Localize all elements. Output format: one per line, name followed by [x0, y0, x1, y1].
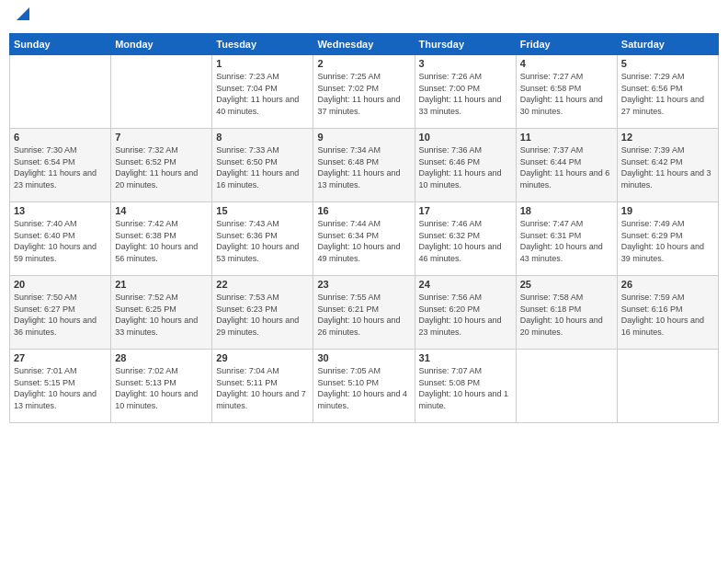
page-header: [9, 9, 719, 28]
cell-content: Sunrise: 7:26 AM Sunset: 7:00 PM Dayligh…: [419, 71, 512, 117]
day-number: 26: [621, 279, 714, 290]
cell-content: Sunrise: 7:50 AM Sunset: 6:27 PM Dayligh…: [14, 292, 107, 338]
cell-content: Sunrise: 7:58 AM Sunset: 6:18 PM Dayligh…: [520, 292, 613, 338]
day-number: 18: [520, 205, 613, 216]
day-number: 3: [419, 58, 512, 69]
day-number: 17: [419, 205, 512, 216]
calendar-cell: 12Sunrise: 7:39 AM Sunset: 6:42 PM Dayli…: [617, 129, 718, 202]
calendar-cell: 7Sunrise: 7:32 AM Sunset: 6:52 PM Daylig…: [111, 129, 212, 202]
cell-content: Sunrise: 7:49 AM Sunset: 6:29 PM Dayligh…: [621, 218, 714, 264]
cell-content: Sunrise: 7:29 AM Sunset: 6:56 PM Dayligh…: [621, 71, 714, 117]
cell-content: Sunrise: 7:02 AM Sunset: 5:13 PM Dayligh…: [115, 365, 208, 411]
logo-icon: [13, 4, 33, 24]
cell-content: Sunrise: 7:01 AM Sunset: 5:15 PM Dayligh…: [14, 365, 107, 411]
day-number: 15: [216, 205, 309, 216]
day-number: 21: [115, 279, 208, 290]
col-header-tuesday: Tuesday: [212, 34, 313, 55]
cell-content: Sunrise: 7:47 AM Sunset: 6:31 PM Dayligh…: [520, 218, 613, 264]
day-number: 25: [520, 279, 613, 290]
day-number: 7: [115, 132, 208, 143]
calendar-cell: 24Sunrise: 7:56 AM Sunset: 6:20 PM Dayli…: [415, 276, 516, 350]
day-number: 4: [520, 58, 613, 69]
cell-content: Sunrise: 7:04 AM Sunset: 5:11 PM Dayligh…: [216, 365, 309, 411]
cell-content: Sunrise: 7:55 AM Sunset: 6:21 PM Dayligh…: [317, 292, 410, 338]
col-header-wednesday: Wednesday: [313, 34, 415, 55]
calendar-cell: 11Sunrise: 7:37 AM Sunset: 6:44 PM Dayli…: [516, 129, 617, 202]
day-number: 19: [621, 205, 714, 216]
day-number: 27: [14, 352, 107, 363]
day-number: 13: [14, 205, 107, 216]
calendar-cell: 3Sunrise: 7:26 AM Sunset: 7:00 PM Daylig…: [415, 55, 516, 129]
day-number: 24: [419, 279, 512, 290]
calendar-cell: 4Sunrise: 7:27 AM Sunset: 6:58 PM Daylig…: [516, 55, 617, 129]
calendar-cell: 23Sunrise: 7:55 AM Sunset: 6:21 PM Dayli…: [313, 276, 415, 350]
day-number: 22: [216, 279, 309, 290]
calendar-cell: 10Sunrise: 7:36 AM Sunset: 6:46 PM Dayli…: [415, 129, 516, 202]
day-number: 5: [621, 58, 714, 69]
cell-content: Sunrise: 7:52 AM Sunset: 6:25 PM Dayligh…: [115, 292, 208, 338]
cell-content: Sunrise: 7:40 AM Sunset: 6:40 PM Dayligh…: [14, 218, 107, 264]
calendar-cell: 17Sunrise: 7:46 AM Sunset: 6:32 PM Dayli…: [415, 202, 516, 276]
calendar-cell: 13Sunrise: 7:40 AM Sunset: 6:40 PM Dayli…: [10, 202, 111, 276]
day-number: 12: [621, 132, 714, 143]
col-header-friday: Friday: [516, 34, 617, 55]
calendar-cell: 20Sunrise: 7:50 AM Sunset: 6:27 PM Dayli…: [10, 276, 111, 350]
cell-content: Sunrise: 7:07 AM Sunset: 5:08 PM Dayligh…: [419, 365, 512, 411]
cell-content: Sunrise: 7:05 AM Sunset: 5:10 PM Dayligh…: [317, 365, 410, 411]
svg-marker-0: [17, 7, 29, 20]
cell-content: Sunrise: 7:32 AM Sunset: 6:52 PM Dayligh…: [115, 144, 208, 190]
cell-content: Sunrise: 7:43 AM Sunset: 6:36 PM Dayligh…: [216, 218, 309, 264]
calendar-cell: [516, 350, 617, 423]
calendar-cell: 27Sunrise: 7:01 AM Sunset: 5:15 PM Dayli…: [10, 350, 111, 423]
calendar-cell: 2Sunrise: 7:25 AM Sunset: 7:02 PM Daylig…: [313, 55, 415, 129]
calendar-cell: 31Sunrise: 7:07 AM Sunset: 5:08 PM Dayli…: [415, 350, 516, 423]
calendar-cell: 30Sunrise: 7:05 AM Sunset: 5:10 PM Dayli…: [313, 350, 415, 423]
day-number: 6: [14, 132, 107, 143]
calendar-cell: 6Sunrise: 7:30 AM Sunset: 6:54 PM Daylig…: [10, 129, 111, 202]
col-header-sunday: Sunday: [10, 34, 111, 55]
day-number: 23: [317, 279, 410, 290]
calendar-cell: 1Sunrise: 7:23 AM Sunset: 7:04 PM Daylig…: [212, 55, 313, 129]
calendar-cell: 19Sunrise: 7:49 AM Sunset: 6:29 PM Dayli…: [617, 202, 718, 276]
day-number: 20: [14, 279, 107, 290]
cell-content: Sunrise: 7:37 AM Sunset: 6:44 PM Dayligh…: [520, 144, 613, 190]
day-number: 30: [317, 352, 410, 363]
logo: [9, 9, 33, 28]
cell-content: Sunrise: 7:27 AM Sunset: 6:58 PM Dayligh…: [520, 71, 613, 117]
calendar-cell: 28Sunrise: 7:02 AM Sunset: 5:13 PM Dayli…: [111, 350, 212, 423]
cell-content: Sunrise: 7:30 AM Sunset: 6:54 PM Dayligh…: [14, 144, 107, 190]
col-header-monday: Monday: [111, 34, 212, 55]
calendar-cell: 18Sunrise: 7:47 AM Sunset: 6:31 PM Dayli…: [516, 202, 617, 276]
day-number: 14: [115, 205, 208, 216]
day-number: 10: [419, 132, 512, 143]
cell-content: Sunrise: 7:34 AM Sunset: 6:48 PM Dayligh…: [317, 144, 410, 190]
calendar-cell: 5Sunrise: 7:29 AM Sunset: 6:56 PM Daylig…: [617, 55, 718, 129]
day-number: 8: [216, 132, 309, 143]
calendar-cell: 14Sunrise: 7:42 AM Sunset: 6:38 PM Dayli…: [111, 202, 212, 276]
cell-content: Sunrise: 7:46 AM Sunset: 6:32 PM Dayligh…: [419, 218, 512, 264]
calendar-cell: 25Sunrise: 7:58 AM Sunset: 6:18 PM Dayli…: [516, 276, 617, 350]
calendar-table: SundayMondayTuesdayWednesdayThursdayFrid…: [9, 33, 719, 423]
calendar-cell: 21Sunrise: 7:52 AM Sunset: 6:25 PM Dayli…: [111, 276, 212, 350]
cell-content: Sunrise: 7:25 AM Sunset: 7:02 PM Dayligh…: [317, 71, 410, 117]
calendar-cell: [617, 350, 718, 423]
day-number: 16: [317, 205, 410, 216]
calendar-cell: 16Sunrise: 7:44 AM Sunset: 6:34 PM Dayli…: [313, 202, 415, 276]
day-number: 31: [419, 352, 512, 363]
cell-content: Sunrise: 7:42 AM Sunset: 6:38 PM Dayligh…: [115, 218, 208, 264]
col-header-thursday: Thursday: [415, 34, 516, 55]
calendar-cell: 9Sunrise: 7:34 AM Sunset: 6:48 PM Daylig…: [313, 129, 415, 202]
cell-content: Sunrise: 7:59 AM Sunset: 6:16 PM Dayligh…: [621, 292, 714, 338]
calendar-cell: 29Sunrise: 7:04 AM Sunset: 5:11 PM Dayli…: [212, 350, 313, 423]
day-number: 1: [216, 58, 309, 69]
cell-content: Sunrise: 7:56 AM Sunset: 6:20 PM Dayligh…: [419, 292, 512, 338]
cell-content: Sunrise: 7:53 AM Sunset: 6:23 PM Dayligh…: [216, 292, 309, 338]
calendar-cell: 22Sunrise: 7:53 AM Sunset: 6:23 PM Dayli…: [212, 276, 313, 350]
calendar-cell: [10, 55, 111, 129]
day-number: 9: [317, 132, 410, 143]
cell-content: Sunrise: 7:44 AM Sunset: 6:34 PM Dayligh…: [317, 218, 410, 264]
col-header-saturday: Saturday: [617, 34, 718, 55]
cell-content: Sunrise: 7:39 AM Sunset: 6:42 PM Dayligh…: [621, 144, 714, 190]
calendar-cell: [111, 55, 212, 129]
calendar-cell: 8Sunrise: 7:33 AM Sunset: 6:50 PM Daylig…: [212, 129, 313, 202]
